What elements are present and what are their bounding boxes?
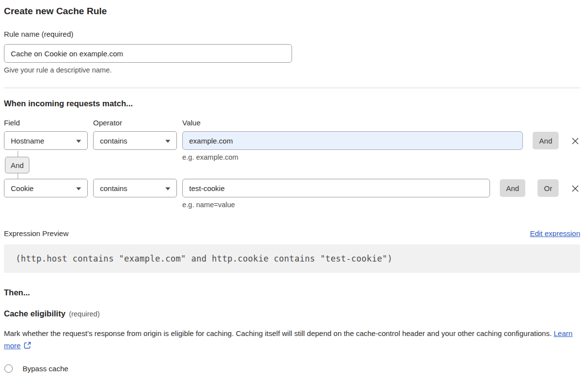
remove-condition-1-button[interactable] <box>570 136 580 146</box>
connector-line-top <box>18 151 18 157</box>
field-select-2-value: Cookie <box>11 184 34 192</box>
close-icon <box>570 184 580 193</box>
chevron-down-icon <box>76 140 81 143</box>
value-column-label: Value <box>182 119 580 127</box>
then-heading: Then... <box>4 287 580 298</box>
chevron-down-icon <box>76 187 81 191</box>
cache-eligibility-heading: Cache eligibility <box>4 309 66 318</box>
expression-preview-label: Expression Preview <box>4 229 69 238</box>
option-bypass-cache: Bypass cache <box>4 364 580 373</box>
value-input-2[interactable] <box>182 179 490 197</box>
required-note: (required) <box>69 310 100 318</box>
expression-code: (http.host contains "example.com" and ht… <box>4 244 580 273</box>
operator-select-2[interactable]: contains <box>93 179 177 197</box>
condition-connector: And <box>4 151 33 179</box>
field-column-label: Field <box>4 119 88 127</box>
or-button-row-2[interactable]: Or <box>538 179 559 197</box>
chevron-down-icon <box>165 187 171 191</box>
connector-and-button[interactable]: And <box>5 157 29 173</box>
value-input-1[interactable] <box>182 131 523 150</box>
description-text: Mark whether the request’s response from… <box>4 329 552 337</box>
value-helper-2: e.g. name=value <box>182 201 490 209</box>
condition-row-2: Cookie contains e.g. name=value And Or <box>4 179 580 209</box>
rule-name-group: Rule name (required) Give your rule a de… <box>4 30 580 74</box>
and-button-row-1[interactable]: And <box>533 132 559 149</box>
edit-expression-link[interactable]: Edit expression <box>530 229 580 238</box>
connector-line-bottom <box>18 173 18 179</box>
remove-condition-2-button[interactable] <box>570 184 580 193</box>
page-title: Create new Cache Rule <box>4 5 580 18</box>
external-link-icon <box>24 341 31 349</box>
rule-name-label: Rule name (required) <box>4 30 580 38</box>
close-icon <box>570 136 580 146</box>
field-select-1[interactable]: Hostname <box>4 131 88 150</box>
cache-eligibility-description: Mark whether the request’s response from… <box>4 327 580 352</box>
chevron-down-icon <box>165 140 171 143</box>
radio-bypass-cache-label[interactable]: Bypass cache <box>23 364 68 373</box>
operator-select-1[interactable]: contains <box>93 131 177 150</box>
value-helper-1: e.g. example.com <box>182 153 523 161</box>
condition-row-1: Hostname contains e.g. example.com And <box>4 131 580 161</box>
condition-column-labels: Field Operator Value <box>4 119 580 127</box>
and-button-row-2[interactable]: And <box>500 179 526 197</box>
expression-header: Expression Preview Edit expression <box>4 229 580 238</box>
operator-column-label: Operator <box>93 119 177 127</box>
section-divider <box>4 88 580 88</box>
field-select-1-value: Hostname <box>11 137 44 145</box>
radio-bypass-cache[interactable] <box>4 364 13 373</box>
rule-name-helper: Give your rule a descriptive name. <box>4 66 580 74</box>
cache-eligibility-heading-row: Cache eligibility(required) <box>4 308 580 319</box>
operator-select-1-value: contains <box>100 137 127 145</box>
field-select-2[interactable]: Cookie <box>4 179 88 197</box>
rule-name-input[interactable] <box>4 44 292 63</box>
match-heading: When incoming requests match... <box>4 98 580 109</box>
operator-select-2-value: contains <box>100 184 127 192</box>
